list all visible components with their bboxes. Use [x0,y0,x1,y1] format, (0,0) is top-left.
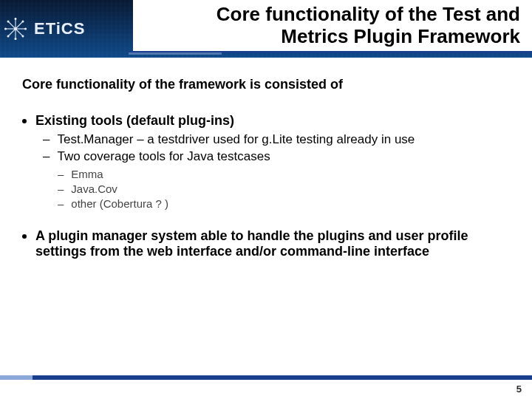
dash-icon: – [43,132,50,149]
bullet-text: other (Cobertura ? ) [71,197,168,211]
bullet-list: Existing tools (default plug-ins) – Test… [22,113,510,259]
list-item: A plugin manager system able to handle t… [22,228,510,259]
footer-line [0,375,532,380]
svg-point-11 [15,38,17,40]
bullet-text: Two coverage tools for Java testcases [57,149,270,166]
bullet-text: A plugin manager system able to handle t… [35,228,510,259]
svg-point-16 [7,21,10,23]
title-strip: Core functionality of the Test and Metri… [133,0,532,52]
bullet-text: Java.Cov [71,182,117,197]
bullet-text: Emma [71,167,103,182]
svg-point-14 [22,35,24,38]
list-item: – Emma [58,167,510,182]
bullet-icon [22,119,27,123]
svg-point-10 [24,28,27,30]
svg-point-12 [4,28,7,30]
footer-accent [0,375,33,380]
title-underline-accent [129,52,222,55]
lead-text: Core functionality of the framework is c… [22,77,510,92]
bullet-text: Test.Manager – a testdriver used for g.L… [57,132,415,149]
logo-icon [4,18,27,40]
content-area: Core functionality of the framework is c… [22,77,510,276]
page-number: 5 [516,383,522,395]
svg-line-6 [8,29,16,36]
dash-icon: – [58,197,64,211]
header-band: ETiCS Core functionality of the Test and… [0,0,532,58]
svg-point-15 [7,35,10,38]
brand-logo: ETiCS [4,18,85,40]
svg-point-13 [22,21,24,23]
bullet-icon [22,234,27,239]
sub-bullet-list: – Test.Manager – a testdriver used for g… [43,132,510,166]
list-item: Existing tools (default plug-ins) – Test… [22,113,510,212]
dash-icon: – [58,167,64,182]
dash-icon: – [43,149,50,166]
list-item: – other (Cobertura ? ) [58,197,510,211]
list-item: – Test.Manager – a testdriver used for g… [43,132,510,149]
svg-point-8 [14,27,17,30]
sub-sub-bullet-list: – Emma – Java.Cov – other (Cobertura ? ) [58,167,510,212]
slide-title: Core functionality of the Test and Metri… [151,4,520,48]
slide: ETiCS Core functionality of the Test and… [0,0,532,399]
list-item: – Two coverage tools for Java testcases [43,149,510,166]
brand-name: ETiCS [34,19,85,38]
bullet-text: Existing tools (default plug-ins) [35,113,234,129]
svg-line-4 [16,21,23,29]
svg-line-7 [8,21,16,29]
dash-icon: – [58,182,64,197]
svg-point-9 [15,18,17,20]
svg-line-5 [16,29,23,36]
list-item: – Java.Cov [58,182,510,197]
